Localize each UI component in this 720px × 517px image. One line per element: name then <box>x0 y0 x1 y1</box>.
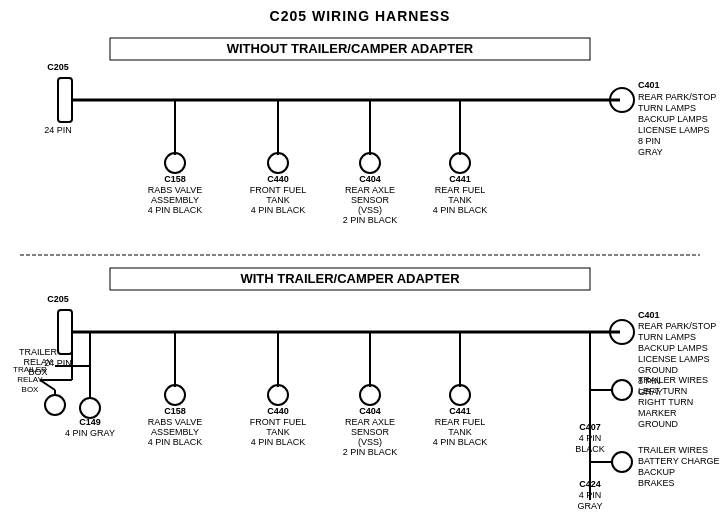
svg-point-15 <box>165 153 185 173</box>
svg-text:C158: C158 <box>164 406 186 416</box>
svg-point-34 <box>450 153 470 173</box>
svg-text:REAR PARK/STOP: REAR PARK/STOP <box>638 92 716 102</box>
svg-text:TANK: TANK <box>266 427 289 437</box>
svg-text:REAR AXLE: REAR AXLE <box>345 185 395 195</box>
svg-text:C404: C404 <box>359 406 381 416</box>
svg-text:BRAKES: BRAKES <box>638 478 675 488</box>
svg-text:BACKUP: BACKUP <box>638 467 675 477</box>
svg-text:4 PIN BLACK: 4 PIN BLACK <box>251 205 306 215</box>
svg-line-53 <box>40 380 55 390</box>
svg-text:4 PIN BLACK: 4 PIN BLACK <box>148 437 203 447</box>
svg-text:2 PIN BLACK: 2 PIN BLACK <box>343 215 398 225</box>
svg-point-64 <box>165 385 185 405</box>
svg-text:24 PIN: 24 PIN <box>44 125 72 135</box>
svg-text:8 PIN: 8 PIN <box>638 136 661 146</box>
svg-text:4 PIN BLACK: 4 PIN BLACK <box>433 205 488 215</box>
wiring-diagram: WITHOUT TRAILER/CAMPER ADAPTER C205 24 P… <box>0 0 720 517</box>
svg-text:C205: C205 <box>47 62 69 72</box>
svg-text:C441: C441 <box>449 174 471 184</box>
svg-text:TANK: TANK <box>448 195 471 205</box>
svg-text:2 PIN BLACK: 2 PIN BLACK <box>343 447 398 457</box>
svg-text:GRAY: GRAY <box>638 147 663 157</box>
svg-text:TRAILER WIRES: TRAILER WIRES <box>638 445 708 455</box>
svg-point-90 <box>612 380 632 400</box>
svg-text:4 PIN BLACK: 4 PIN BLACK <box>251 437 306 447</box>
svg-point-83 <box>450 385 470 405</box>
svg-text:(VSS): (VSS) <box>358 205 382 215</box>
svg-text:BOX: BOX <box>22 385 40 394</box>
svg-text:BOX: BOX <box>28 367 47 377</box>
svg-text:SENSOR: SENSOR <box>351 195 390 205</box>
svg-text:REAR FUEL: REAR FUEL <box>435 185 486 195</box>
page: C205 WIRING HARNESS WITHOUT TRAILER/CAMP… <box>0 0 720 517</box>
svg-text:RABS VALVE: RABS VALVE <box>148 185 203 195</box>
svg-text:C158: C158 <box>164 174 186 184</box>
svg-text:BLACK: BLACK <box>575 444 605 454</box>
svg-text:TRAILER: TRAILER <box>19 347 58 357</box>
svg-text:4 PIN GRAY: 4 PIN GRAY <box>65 428 115 438</box>
svg-text:4 PIN: 4 PIN <box>579 433 602 443</box>
svg-text:RABS VALVE: RABS VALVE <box>148 417 203 427</box>
svg-text:C441: C441 <box>449 406 471 416</box>
svg-point-27 <box>360 153 380 173</box>
svg-text:WITHOUT  TRAILER/CAMPER ADAPTE: WITHOUT TRAILER/CAMPER ADAPTER <box>227 41 474 56</box>
svg-text:SENSOR: SENSOR <box>351 427 390 437</box>
svg-text:RELAY: RELAY <box>24 357 53 367</box>
svg-text:MARKER: MARKER <box>638 408 677 418</box>
svg-rect-43 <box>58 310 72 354</box>
svg-text:TRAILER WIRES: TRAILER WIRES <box>638 375 708 385</box>
svg-text:TURN LAMPS: TURN LAMPS <box>638 332 696 342</box>
svg-text:FRONT FUEL: FRONT FUEL <box>250 185 306 195</box>
svg-text:BACKUP LAMPS: BACKUP LAMPS <box>638 114 708 124</box>
svg-text:BACKUP LAMPS: BACKUP LAMPS <box>638 343 708 353</box>
svg-text:C440: C440 <box>267 406 289 416</box>
svg-text:REAR FUEL: REAR FUEL <box>435 417 486 427</box>
svg-point-114 <box>80 398 100 418</box>
svg-text:LEFT TURN: LEFT TURN <box>638 386 687 396</box>
svg-text:C407: C407 <box>579 422 601 432</box>
svg-text:C205: C205 <box>47 294 69 304</box>
svg-text:TANK: TANK <box>266 195 289 205</box>
svg-point-21 <box>268 153 288 173</box>
svg-text:LICENSE LAMPS: LICENSE LAMPS <box>638 354 710 364</box>
svg-text:ASSEMBLY: ASSEMBLY <box>151 195 199 205</box>
svg-text:REAR AXLE: REAR AXLE <box>345 417 395 427</box>
svg-text:GROUND: GROUND <box>638 419 678 429</box>
svg-text:ASSEMBLY: ASSEMBLY <box>151 427 199 437</box>
svg-text:(VSS): (VSS) <box>358 437 382 447</box>
svg-text:WITH TRAILER/CAMPER ADAPTER: WITH TRAILER/CAMPER ADAPTER <box>240 271 460 286</box>
svg-point-76 <box>360 385 380 405</box>
svg-text:C404: C404 <box>359 174 381 184</box>
svg-text:C401: C401 <box>638 80 660 90</box>
svg-point-70 <box>268 385 288 405</box>
svg-text:4 PIN: 4 PIN <box>579 490 602 500</box>
svg-point-100 <box>612 452 632 472</box>
svg-text:4 PIN BLACK: 4 PIN BLACK <box>433 437 488 447</box>
svg-text:TANK: TANK <box>448 427 471 437</box>
svg-text:C440: C440 <box>267 174 289 184</box>
svg-point-51 <box>45 395 65 415</box>
svg-text:LICENSE LAMPS: LICENSE LAMPS <box>638 125 710 135</box>
svg-text:REAR PARK/STOP: REAR PARK/STOP <box>638 321 716 331</box>
svg-text:C401: C401 <box>638 310 660 320</box>
svg-rect-3 <box>58 78 72 122</box>
svg-text:TURN LAMPS: TURN LAMPS <box>638 103 696 113</box>
svg-text:BATTERY CHARGE: BATTERY CHARGE <box>638 456 720 466</box>
svg-text:FRONT FUEL: FRONT FUEL <box>250 417 306 427</box>
svg-text:4 PIN BLACK: 4 PIN BLACK <box>148 205 203 215</box>
svg-text:RIGHT TURN: RIGHT TURN <box>638 397 693 407</box>
svg-text:C424: C424 <box>579 479 601 489</box>
svg-text:GRAY: GRAY <box>578 501 603 511</box>
svg-text:GROUND: GROUND <box>638 365 678 375</box>
svg-text:C149: C149 <box>79 417 101 427</box>
